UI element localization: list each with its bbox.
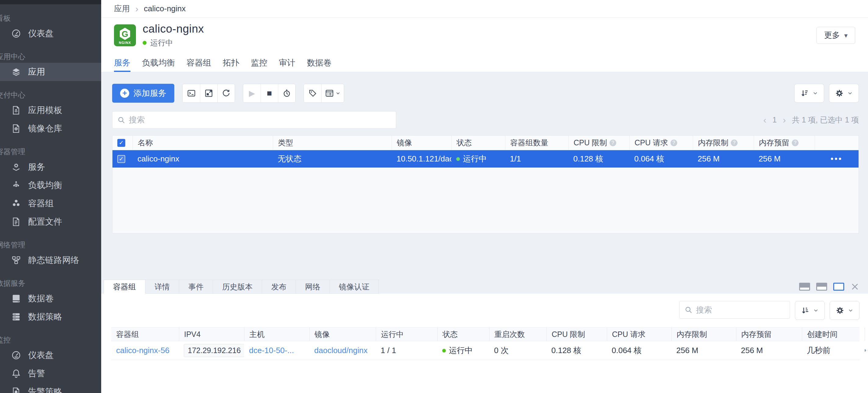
sidebar-item-monitor-dashboard[interactable]: 仪表盘: [0, 346, 101, 364]
logo-letter: G: [122, 29, 128, 39]
app-root: 看板 仪表盘 应用中心 应用 交付中心 应用模板 镜像仓库: [0, 0, 868, 393]
status-dot-icon: [442, 349, 446, 353]
maximize-panel-icon[interactable]: [833, 283, 844, 291]
row-select-cell: [113, 155, 132, 163]
stop-icon: [267, 88, 272, 98]
sidebar-item-applications[interactable]: 应用: [0, 63, 101, 81]
tab-load-balancer[interactable]: 负载均衡: [142, 53, 175, 72]
prev-page-icon[interactable]: [764, 116, 767, 125]
tag-button[interactable]: [304, 84, 321, 102]
pod-row[interactable]: calico-nginx-56 172.29.192.216 dce-10-50…: [111, 341, 860, 360]
help-icon[interactable]: [792, 139, 799, 146]
status-row: 运行中: [143, 38, 204, 48]
refresh-button[interactable]: [217, 84, 235, 102]
sidebar-item-volumes[interactable]: 数据卷: [0, 289, 101, 308]
tab-monitoring[interactable]: 监控: [251, 53, 267, 72]
pod-name-link[interactable]: calico-nginx-56: [116, 346, 169, 355]
help-icon[interactable]: [731, 139, 738, 146]
sort-desc-icon: [800, 89, 809, 98]
play-icon: [249, 89, 255, 98]
panel-tab-details[interactable]: 详情: [145, 280, 179, 294]
row-actions-icon[interactable]: [865, 346, 868, 355]
service-image: 10.50.1.121/daoc: [392, 154, 452, 164]
terminal-icon: [187, 89, 196, 98]
service-name[interactable]: calico-nginx: [132, 154, 273, 164]
sidebar-item-data-policies[interactable]: 数据策略: [0, 308, 101, 326]
next-page-icon[interactable]: [783, 116, 786, 125]
image-link[interactable]: daocloud/nginx: [314, 346, 368, 355]
panel-tab-release[interactable]: 发布: [262, 280, 296, 294]
tab-audit[interactable]: 审计: [279, 53, 295, 72]
load-balancer-icon: [11, 180, 21, 190]
sidebar-section-app-center: 应用中心 应用: [0, 52, 101, 81]
sidebar-item-alert-policies[interactable]: 告警策略: [0, 383, 101, 393]
panel-tab-network[interactable]: 网络: [296, 280, 330, 294]
tab-services[interactable]: 服务: [114, 53, 130, 72]
sidebar-item-label: 镜像仓库: [28, 123, 62, 134]
stop-button[interactable]: [260, 84, 278, 102]
close-panel-icon[interactable]: [850, 282, 860, 291]
sidebar-top-strip: [0, 0, 101, 4]
sidebar-item-image-registry[interactable]: 镜像仓库: [0, 120, 101, 138]
panel-tab-events[interactable]: 事件: [179, 280, 213, 294]
help-icon[interactable]: [671, 139, 677, 146]
breadcrumb-parent-link[interactable]: 应用: [114, 3, 130, 14]
label-button-group: [304, 84, 344, 103]
layers-icon: [11, 67, 21, 77]
scale-button[interactable]: [200, 84, 217, 102]
sort-button[interactable]: [794, 84, 824, 103]
sidebar-item-alerts[interactable]: 告警: [0, 364, 101, 383]
data-policy-icon: [11, 312, 21, 322]
sort-asc-icon: [801, 306, 810, 315]
pod-cpu-limit: 0.128 核: [547, 345, 607, 356]
panel-tab-history[interactable]: 历史版本: [213, 280, 262, 294]
host-link[interactable]: dce-10-50-...: [249, 346, 294, 355]
sidebar-item-dashboard[interactable]: 仪表盘: [0, 24, 101, 43]
col-cpu-limit: CPU 限制: [568, 136, 629, 150]
sidebar-item-app-templates[interactable]: 应用模板: [0, 101, 101, 120]
tab-pods[interactable]: 容器组: [187, 53, 211, 72]
pod-cpu-request: 0.064 核: [607, 345, 672, 356]
split-panel-icon[interactable]: [816, 283, 827, 291]
section-label: 容器管理: [0, 147, 101, 157]
sidebar-item-static-network[interactable]: 静态链路网络: [0, 251, 101, 269]
pods-settings-button[interactable]: [830, 301, 860, 320]
more-button[interactable]: 更多: [816, 27, 855, 44]
col-label: CPU 请求: [634, 138, 668, 148]
services-search-input[interactable]: [129, 115, 391, 125]
sidebar-item-pods[interactable]: 容器组: [0, 194, 101, 212]
pods-sort-button[interactable]: [795, 301, 825, 320]
select-all-checkbox[interactable]: [117, 139, 125, 147]
add-service-button[interactable]: 添加服务: [112, 84, 174, 103]
row-actions-icon[interactable]: [831, 154, 842, 164]
col-pod-count: 容器组数量: [505, 136, 568, 150]
services-content: 添加服务: [101, 72, 868, 233]
pods-search-input[interactable]: [696, 305, 798, 315]
sidebar-item-load-balancer[interactable]: 负载均衡: [0, 176, 101, 194]
panel-tab-pods[interactable]: 容器组: [104, 280, 145, 294]
panel-tab-image-auth[interactable]: 镜像认证: [330, 280, 379, 294]
redeploy-timer-icon: [282, 89, 291, 98]
chevron-down-icon: [847, 90, 853, 96]
sidebar-item-services[interactable]: 服务: [0, 158, 101, 176]
bell-icon: [11, 368, 21, 379]
section-label: 监控: [0, 335, 101, 345]
minimize-panel-icon[interactable]: [799, 283, 810, 291]
settings-button[interactable]: [829, 84, 859, 103]
title-block: calico-nginx 运行中: [143, 23, 204, 48]
list-config-button[interactable]: [321, 84, 344, 102]
tab-topology[interactable]: 拓扑: [223, 53, 239, 72]
ipv4-pill[interactable]: 172.29.192.216: [184, 344, 244, 357]
row-checkbox[interactable]: [117, 155, 125, 163]
start-button[interactable]: [243, 84, 260, 102]
help-icon[interactable]: [610, 139, 616, 146]
pod-mem-reserved: 256 M: [736, 346, 802, 355]
terminal-button[interactable]: [183, 84, 200, 102]
tab-volumes[interactable]: 数据卷: [307, 53, 332, 72]
app-header: G NGINX calico-nginx 运行中 更多: [101, 18, 868, 53]
sidebar-section-delivery-center: 交付中心 应用模板 镜像仓库: [0, 90, 101, 138]
page-number: 1: [773, 116, 777, 124]
service-row-calico-nginx[interactable]: calico-nginx 无状态 10.50.1.121/daoc 运行中 1/…: [113, 150, 859, 168]
sidebar-item-config-files[interactable]: 配置文件: [0, 212, 101, 231]
redeploy-button[interactable]: [278, 84, 295, 102]
